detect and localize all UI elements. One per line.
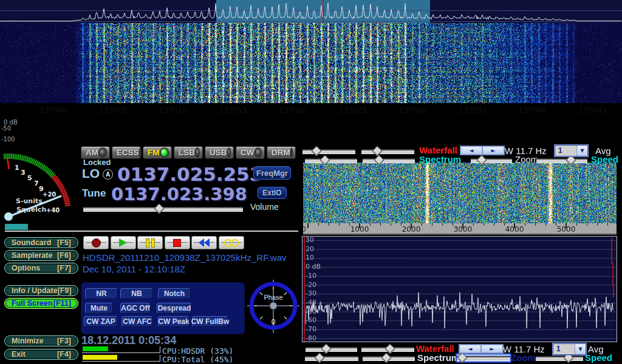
scroll-left-arrow-icon[interactable]: ◄ bbox=[459, 345, 481, 353]
meter-number: 3 bbox=[21, 169, 26, 177]
spectrum-level-slider-bottom[interactable] bbox=[305, 354, 358, 362]
pause-button[interactable] bbox=[137, 236, 163, 249]
mode-button-usb[interactable]: USB bbox=[205, 146, 234, 159]
divider-line bbox=[5, 231, 298, 232]
slider-handle[interactable] bbox=[312, 146, 322, 157]
mode-button-label: LSB bbox=[179, 148, 195, 157]
recording-file-name: HDSDR_20111210_120938Z_137025kHz_RF.wav bbox=[83, 252, 287, 263]
lo-frequency-value[interactable]: 0137.025.253 bbox=[117, 163, 262, 185]
af-db-label: -70 bbox=[306, 325, 316, 333]
avg-combo-value: 1 bbox=[555, 146, 576, 156]
spectrum-level-slider-top[interactable] bbox=[305, 157, 357, 164]
waterfall-contrast-slider-top[interactable] bbox=[361, 147, 414, 155]
tune-label: Tune bbox=[82, 187, 106, 200]
record-button[interactable] bbox=[83, 236, 109, 249]
slider-handle[interactable] bbox=[315, 353, 325, 363]
scroll-left-arrow-icon[interactable]: ◄ bbox=[460, 146, 482, 155]
spectrum-label-top: Spectrum bbox=[419, 154, 461, 164]
squelch-marker[interactable] bbox=[7, 158, 9, 169]
squelch-level-bar[interactable] bbox=[5, 224, 28, 230]
main-spectrum-m50db-label: -50 bbox=[1, 125, 11, 132]
af-db-label: -10 bbox=[306, 272, 316, 280]
slider-handle[interactable] bbox=[457, 353, 468, 363]
mode-led-icon bbox=[255, 147, 262, 158]
dsp-button-nb[interactable]: NB bbox=[120, 288, 153, 299]
side-button-samplerate[interactable]: Samplerate[F6] bbox=[4, 250, 78, 261]
dropdown-arrow-icon[interactable]: ▼ bbox=[575, 344, 586, 354]
speed-slider-bottom[interactable] bbox=[536, 354, 583, 362]
dsp-button-cw-afc[interactable]: CW AFC bbox=[121, 316, 153, 327]
af-db-label: -40 bbox=[306, 298, 316, 306]
play-button[interactable] bbox=[111, 236, 136, 249]
rewind-button[interactable] bbox=[191, 236, 217, 249]
slider-handle[interactable] bbox=[320, 155, 330, 166]
phase-dial: Phase 0 bbox=[247, 280, 299, 333]
frequency-tick-label: 137025 bbox=[339, 106, 367, 115]
slider-handle[interactable] bbox=[372, 146, 383, 157]
mode-button-fm[interactable]: FM bbox=[143, 146, 172, 159]
dsp-button-notch[interactable]: Notch bbox=[158, 288, 191, 299]
mode-button-lsb[interactable]: LSB bbox=[174, 146, 203, 159]
scroll-right-arrow-icon[interactable]: ► bbox=[481, 345, 503, 353]
dsp-button-cw-zap[interactable]: CW ZAP bbox=[84, 316, 118, 327]
side-button-info-update[interactable]: Info / Update[F9] bbox=[4, 285, 78, 296]
mode-button-am[interactable]: AM bbox=[81, 146, 110, 159]
volume-slider[interactable] bbox=[83, 205, 243, 212]
main-spectrum-display[interactable] bbox=[0, 0, 622, 23]
avg-combo-top[interactable]: 1▼ bbox=[555, 145, 588, 157]
stop-button[interactable] bbox=[165, 236, 190, 249]
speed-slider-top[interactable] bbox=[536, 157, 587, 164]
waterfall-brightness-slider-bottom[interactable] bbox=[306, 345, 357, 352]
loop-button[interactable] bbox=[219, 236, 244, 249]
side-button-exit[interactable]: Exit[F4] bbox=[4, 349, 78, 360]
dsp-button-mute[interactable]: Mute bbox=[85, 303, 113, 314]
slider-handle[interactable] bbox=[381, 353, 392, 363]
side-button-label: Full Screen bbox=[12, 299, 52, 308]
cpu-total-text: CPU:Total (45%) bbox=[162, 355, 233, 364]
mode-button-cw[interactable]: CW bbox=[236, 146, 265, 159]
scroll-right-arrow-icon[interactable]: ► bbox=[482, 146, 504, 155]
spectrum-range-slider-bottom[interactable] bbox=[363, 354, 415, 362]
side-button-label: Exit bbox=[12, 350, 26, 359]
avg-combo-bottom[interactable]: 1▼ bbox=[553, 343, 586, 355]
slider-handle[interactable] bbox=[321, 344, 332, 354]
frequency-tick-label: 137020 bbox=[279, 106, 307, 115]
spectrum-range-slider-top[interactable] bbox=[363, 157, 415, 164]
mode-button-drm[interactable]: DRM bbox=[267, 146, 296, 159]
mode-button-ecss[interactable]: ECSS bbox=[112, 146, 141, 159]
tune-frequency-value[interactable]: 0137.023.398 bbox=[111, 184, 247, 204]
dsp-button-cw-fullbw[interactable]: CW FullBw bbox=[192, 316, 228, 327]
slider-groove bbox=[536, 158, 587, 163]
slider-handle[interactable] bbox=[566, 155, 576, 166]
waterfall-brightness-slider-top[interactable] bbox=[302, 147, 355, 155]
af-waterfall-display[interactable] bbox=[303, 163, 617, 223]
phase-value: 0 bbox=[272, 318, 276, 326]
extio-button[interactable]: ExtIO bbox=[258, 187, 287, 199]
slider-handle[interactable] bbox=[374, 155, 384, 166]
af-db-label: 20 bbox=[306, 245, 314, 253]
dsp-button-nr[interactable]: NR bbox=[85, 288, 118, 299]
dsp-button-cw-peak[interactable]: CW Peak bbox=[158, 316, 190, 327]
waterfall-contrast-slider-bottom[interactable] bbox=[361, 345, 414, 352]
af-db-label: -60 bbox=[306, 316, 316, 324]
zoom-slider-top[interactable] bbox=[471, 157, 512, 164]
freqmgr-button[interactable]: FreqMgr bbox=[253, 166, 291, 180]
slider-groove bbox=[302, 149, 355, 154]
zoom-slider-bottom[interactable] bbox=[456, 353, 511, 363]
avg-combo-value: 1 bbox=[553, 344, 575, 354]
dsp-button-agc-off[interactable]: AGC Off bbox=[120, 303, 151, 314]
side-button-full-screen[interactable]: Full Screen[F11] bbox=[4, 298, 78, 309]
slider-handle[interactable] bbox=[477, 155, 487, 166]
dsp-button-despread[interactable]: Despread bbox=[157, 303, 192, 314]
slider-handle[interactable] bbox=[154, 204, 165, 214]
cpu-hdsdr-fill bbox=[83, 346, 108, 351]
mode-led-icon bbox=[227, 147, 231, 158]
lo-auto-badge[interactable]: A bbox=[103, 169, 113, 180]
side-button-soundcard[interactable]: Soundcard[F5] bbox=[4, 237, 78, 248]
side-button-minimize[interactable]: Minimize[F3] bbox=[4, 335, 78, 346]
af-frequency-scale[interactable]: 010002000300040005000 bbox=[303, 223, 617, 235]
dropdown-arrow-icon[interactable]: ▼ bbox=[576, 146, 587, 156]
af-tick-label: 5000 bbox=[557, 225, 576, 234]
side-button-options[interactable]: Options[F7] bbox=[4, 263, 78, 274]
af-spectrum-display[interactable] bbox=[302, 236, 617, 342]
